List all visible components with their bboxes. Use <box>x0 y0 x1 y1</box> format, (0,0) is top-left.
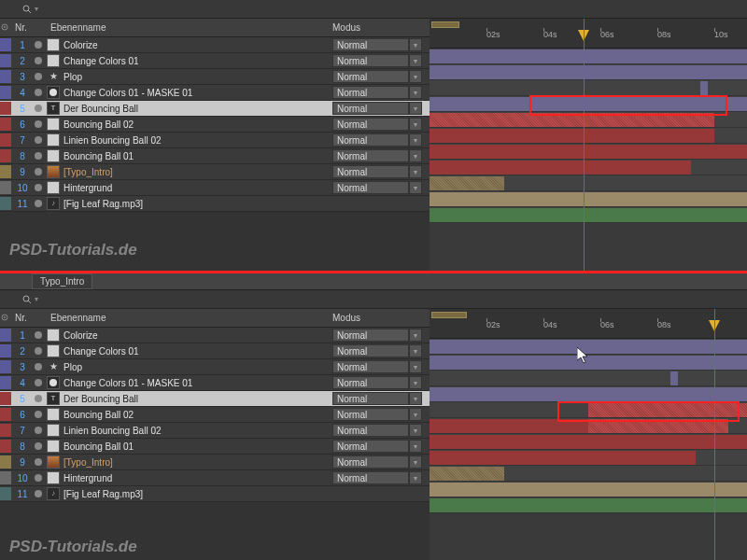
layer-label-color[interactable] <box>0 329 11 342</box>
layer-bar-row[interactable] <box>430 355 747 371</box>
blend-mode-select[interactable]: Normal <box>332 344 409 357</box>
layer-toggle[interactable] <box>35 168 42 175</box>
layer-bar-row[interactable] <box>430 482 747 497</box>
layer-bar-row[interactable] <box>430 371 747 386</box>
layer-bar-row[interactable] <box>430 80 747 96</box>
layer-name[interactable]: Change Colors 01 <box>62 56 332 66</box>
layer-row[interactable]: 9[Typo_Intro]Normal▼ <box>0 455 430 470</box>
layer-toggle[interactable] <box>35 395 42 402</box>
layer-bar-row[interactable] <box>430 64 747 80</box>
layer-row[interactable]: 6Bouncing Ball 02Normal▼ <box>0 407 430 423</box>
layer-label-color[interactable] <box>0 487 11 500</box>
layer-bar[interactable] <box>430 435 747 449</box>
playhead-line[interactable] <box>714 309 715 560</box>
layer-toggle[interactable] <box>35 152 42 160</box>
layer-name[interactable]: Plop <box>62 362 332 372</box>
layer-label-color[interactable] <box>0 38 11 51</box>
layer-bar-row[interactable] <box>430 450 747 466</box>
layer-bar-row[interactable] <box>430 128 747 144</box>
layer-name[interactable]: [Typo_Intro] <box>62 167 332 177</box>
layer-name[interactable]: Linien Bouncing Ball 02 <box>62 426 332 436</box>
blend-mode-select[interactable]: Normal <box>332 408 409 421</box>
blend-mode-select[interactable]: Normal <box>332 149 409 162</box>
layer-row[interactable]: 4Change Colors 01 - MASKE 01Normal▼ <box>0 85 430 101</box>
layer-label-color[interactable] <box>0 360 11 373</box>
blend-mode-select[interactable]: Normal <box>332 424 409 437</box>
blend-mode-select[interactable]: Normal <box>332 471 409 484</box>
blend-mode-select[interactable]: Normal <box>332 133 409 147</box>
layer-name[interactable]: [Fig Leaf Rag.mp3] <box>62 489 430 499</box>
blend-mode-select[interactable]: Normal <box>332 329 409 342</box>
layer-row[interactable]: 4Change Colors 01 - MASKE 01Normal▼ <box>0 375 430 391</box>
layer-toggle[interactable] <box>35 184 42 191</box>
layer-toggle[interactable] <box>35 41 42 49</box>
layer-label-color[interactable] <box>0 86 11 99</box>
time-ruler[interactable]: 02s04s06s08s <box>430 309 747 339</box>
chevron-down-icon[interactable]: ▼ <box>409 149 422 162</box>
layer-label-color[interactable] <box>0 376 11 389</box>
layer-bar[interactable] <box>430 145 747 159</box>
search-input[interactable]: ▾ <box>22 5 38 14</box>
layer-label-color[interactable] <box>0 118 11 131</box>
chevron-down-icon[interactable]: ▼ <box>409 54 422 67</box>
layer-bar-row[interactable] <box>430 160 747 175</box>
layer-bar[interactable] <box>670 371 678 385</box>
layer-label-color[interactable] <box>0 424 11 437</box>
chevron-down-icon[interactable]: ▼ <box>409 102 422 115</box>
layer-bar-row[interactable] <box>430 207 747 223</box>
layer-bar[interactable] <box>430 340 747 354</box>
playhead-line[interactable] <box>584 19 585 271</box>
layer-toggle[interactable] <box>35 411 42 418</box>
layer-toggle[interactable] <box>35 200 42 207</box>
chevron-down-icon[interactable]: ▼ <box>409 118 422 131</box>
layer-name[interactable]: Der Bouncing Ball <box>62 394 332 404</box>
layer-bar[interactable] <box>430 192 747 206</box>
blend-mode-select[interactable]: Normal <box>332 455 409 469</box>
layer-toggle[interactable] <box>35 89 42 96</box>
work-area-bar[interactable] <box>431 21 459 28</box>
layer-toggle[interactable] <box>35 474 42 482</box>
layer-name[interactable]: Hintergrund <box>62 473 332 483</box>
chevron-down-icon[interactable]: ▼ <box>409 455 422 469</box>
layer-bar-row[interactable] <box>430 434 747 450</box>
blend-mode-select[interactable]: Normal <box>332 86 409 99</box>
layer-toggle[interactable] <box>35 379 42 386</box>
layer-label-color[interactable] <box>0 133 11 147</box>
layer-row[interactable]: 11♪[Fig Leaf Rag.mp3] <box>0 486 430 502</box>
time-ruler[interactable]: 02s04s06s08s10s <box>430 19 747 49</box>
layer-bar-row[interactable] <box>430 386 747 402</box>
blend-mode-select[interactable]: Normal <box>332 360 409 373</box>
layer-toggle[interactable] <box>35 331 42 339</box>
layer-name[interactable]: Colorize <box>62 330 332 341</box>
chevron-down-icon[interactable]: ▼ <box>409 70 422 83</box>
layer-label-color[interactable] <box>0 408 11 421</box>
layer-bar-row[interactable] <box>430 144 747 160</box>
layer-label-color[interactable] <box>0 54 11 67</box>
layer-name[interactable]: Linien Bouncing Ball 02 <box>62 135 332 146</box>
blend-mode-select[interactable]: Normal <box>332 102 409 115</box>
layer-row[interactable]: 2Change Colors 01Normal▼ <box>0 343 430 359</box>
layer-label-color[interactable] <box>0 455 11 469</box>
layer-toggle[interactable] <box>35 73 42 80</box>
blend-mode-select[interactable]: Normal <box>332 376 409 389</box>
layer-bar-row[interactable] <box>430 339 747 355</box>
chevron-down-icon[interactable]: ▼ <box>409 181 422 194</box>
chevron-down-icon[interactable]: ▼ <box>409 344 422 357</box>
layer-bar[interactable] <box>430 483 747 497</box>
layer-toggle[interactable] <box>35 120 42 128</box>
layer-bar[interactable] <box>430 176 504 190</box>
layer-label-color[interactable] <box>0 471 11 484</box>
layer-row[interactable]: 10HintergrundNormal▼ <box>0 470 430 486</box>
chevron-down-icon[interactable]: ▼ <box>409 360 422 373</box>
layer-bar-row[interactable] <box>430 466 747 482</box>
blend-mode-select[interactable]: Normal <box>332 392 409 405</box>
layer-bar[interactable] <box>430 467 504 481</box>
layer-name[interactable]: Bouncing Ball 01 <box>62 441 332 452</box>
layer-row[interactable]: 7Linien Bouncing Ball 02Normal▼ <box>0 133 430 148</box>
layer-label-color[interactable] <box>0 197 11 210</box>
layer-toggle[interactable] <box>35 57 42 64</box>
layer-toggle[interactable] <box>35 105 42 112</box>
chevron-down-icon[interactable]: ▼ <box>409 133 422 147</box>
layer-row[interactable]: 5TDer Bouncing BallNormal▼ <box>0 391 430 407</box>
layer-name[interactable]: Change Colors 01 - MASKE 01 <box>62 88 332 98</box>
